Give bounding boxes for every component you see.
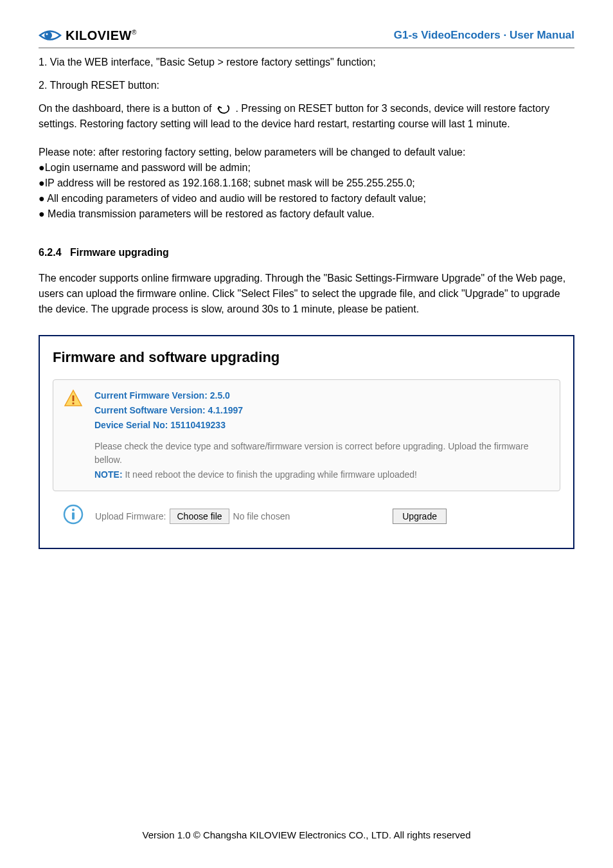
check-text: Please check the device type and softwar… xyxy=(94,440,549,467)
svg-rect-2 xyxy=(73,395,75,401)
page-header: KILOVIEW® G1-s VideoEncoders · User Manu… xyxy=(39,26,574,45)
header-divider xyxy=(39,48,574,48)
section-title: Firmware upgrading xyxy=(70,247,169,258)
svg-point-0 xyxy=(44,32,52,39)
warning-panel: Current Firmware Version: 2.5.0 Current … xyxy=(53,379,560,491)
brand-text: KILOVIEW® xyxy=(66,26,137,45)
svg-rect-6 xyxy=(72,512,75,520)
brand-logo: KILOVIEW® xyxy=(39,26,137,45)
svg-rect-3 xyxy=(73,402,75,404)
note-line: NOTE: It need reboot the device to finis… xyxy=(94,468,549,482)
warning-content: Current Firmware Version: 2.5.0 Current … xyxy=(94,389,549,482)
firmware-version: Current Firmware Version: 2.5.0 xyxy=(94,389,549,402)
note-text: It need reboot the device to finish the … xyxy=(123,469,417,480)
page-footer: Version 1.0 © Changsha KILOVIEW Electron… xyxy=(0,828,613,843)
firmware-paragraph: The encoder supports online firmware upg… xyxy=(39,271,574,317)
note-intro: Please note: after restoring factory set… xyxy=(39,145,574,160)
eye-icon xyxy=(39,27,62,44)
instruction-line-2: 2. Through RESET button: xyxy=(39,78,574,93)
bullet-2: ●IP address will be restored as 192.168.… xyxy=(39,176,574,191)
reset-icon xyxy=(215,103,233,116)
page-title: G1-s VideoEncoders · User Manual xyxy=(394,27,574,44)
bullet-4: ● Media transmission parameters will be … xyxy=(39,206,574,222)
dashboard-instruction: On the dashboard, there is a button of .… xyxy=(39,101,574,132)
bullet-1: ●Login username and password will be adm… xyxy=(39,160,574,176)
firmware-upgrade-panel: Firmware and software upgrading Current … xyxy=(39,335,574,549)
software-version: Current Software Version: 4.1.1997 xyxy=(94,404,549,417)
svg-point-1 xyxy=(46,33,48,35)
dashboard-text-pre: On the dashboard, there is a button of xyxy=(39,103,215,114)
bullet-3: ● All encoding parameters of video and a… xyxy=(39,191,574,206)
upload-panel: Upload Firmware: Choose file No file cho… xyxy=(53,500,560,532)
upgrade-button[interactable]: Upgrade xyxy=(393,509,447,524)
info-icon xyxy=(63,504,84,529)
upload-label: Upload Firmware: xyxy=(95,510,166,523)
section-heading: 6.2.4 Firmware upgrading xyxy=(39,245,574,260)
section-number: 6.2.4 xyxy=(39,247,62,258)
firmware-panel-title: Firmware and software upgrading xyxy=(53,347,560,368)
choose-file-button[interactable]: Choose file xyxy=(170,509,229,524)
note-label: NOTE: xyxy=(94,469,123,480)
warning-icon xyxy=(64,389,83,412)
svg-point-5 xyxy=(72,509,75,511)
upload-row: Upload Firmware: Choose file No file cho… xyxy=(95,509,447,524)
no-file-text: No file chosen xyxy=(233,510,290,523)
instruction-line-1: 1. Via the WEB interface, "Basic Setup >… xyxy=(39,55,574,70)
device-serial: Device Serial No: 15110419233 xyxy=(94,419,549,432)
